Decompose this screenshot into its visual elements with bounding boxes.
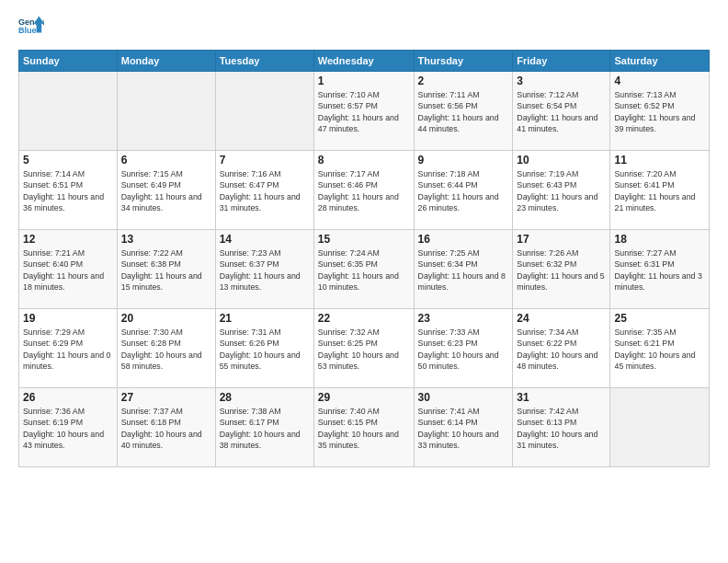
day-number: 9 bbox=[418, 154, 509, 167]
day-number: 18 bbox=[614, 233, 705, 246]
day-info: Sunrise: 7:42 AM Sunset: 6:13 PM Dayligh… bbox=[517, 406, 606, 451]
day-cell: 26Sunrise: 7:36 AM Sunset: 6:19 PM Dayli… bbox=[19, 388, 118, 467]
day-number: 26 bbox=[23, 391, 113, 404]
week-row-1: 1Sunrise: 7:10 AM Sunset: 6:57 PM Daylig… bbox=[19, 72, 710, 151]
day-cell: 20Sunrise: 7:30 AM Sunset: 6:28 PM Dayli… bbox=[117, 309, 215, 388]
day-info: Sunrise: 7:33 AM Sunset: 6:23 PM Dayligh… bbox=[418, 327, 509, 372]
day-cell: 24Sunrise: 7:34 AM Sunset: 6:22 PM Dayli… bbox=[513, 309, 610, 388]
calendar: SundayMondayTuesdayWednesdayThursdayFrid… bbox=[18, 50, 710, 467]
day-info: Sunrise: 7:29 AM Sunset: 6:29 PM Dayligh… bbox=[23, 327, 113, 372]
day-info: Sunrise: 7:16 AM Sunset: 6:47 PM Dayligh… bbox=[220, 168, 310, 213]
day-number: 22 bbox=[318, 312, 410, 325]
weekday-row: SundayMondayTuesdayWednesdayThursdayFrid… bbox=[19, 51, 710, 72]
day-cell: 1Sunrise: 7:10 AM Sunset: 6:57 PM Daylig… bbox=[313, 72, 414, 151]
day-number: 6 bbox=[121, 154, 211, 167]
day-cell: 31Sunrise: 7:42 AM Sunset: 6:13 PM Dayli… bbox=[513, 388, 610, 467]
day-cell: 16Sunrise: 7:25 AM Sunset: 6:34 PM Dayli… bbox=[414, 230, 513, 309]
day-cell: 18Sunrise: 7:27 AM Sunset: 6:31 PM Dayli… bbox=[610, 230, 710, 309]
header: GeneralBlue bbox=[18, 15, 710, 40]
day-number: 28 bbox=[220, 391, 310, 404]
day-cell: 19Sunrise: 7:29 AM Sunset: 6:29 PM Dayli… bbox=[19, 309, 118, 388]
day-number: 19 bbox=[23, 312, 113, 325]
day-info: Sunrise: 7:26 AM Sunset: 6:32 PM Dayligh… bbox=[517, 247, 606, 293]
day-number: 15 bbox=[318, 233, 410, 246]
weekday-tuesday: Tuesday bbox=[215, 51, 313, 72]
day-number: 13 bbox=[121, 233, 211, 246]
day-number: 24 bbox=[517, 312, 606, 325]
day-info: Sunrise: 7:10 AM Sunset: 6:57 PM Dayligh… bbox=[318, 89, 410, 134]
day-info: Sunrise: 7:13 AM Sunset: 6:52 PM Dayligh… bbox=[614, 89, 705, 134]
weekday-saturday: Saturday bbox=[610, 51, 710, 72]
day-info: Sunrise: 7:38 AM Sunset: 6:17 PM Dayligh… bbox=[220, 406, 310, 451]
day-number: 25 bbox=[614, 312, 705, 325]
day-cell: 3Sunrise: 7:12 AM Sunset: 6:54 PM Daylig… bbox=[513, 72, 610, 151]
day-info: Sunrise: 7:11 AM Sunset: 6:56 PM Dayligh… bbox=[418, 89, 509, 134]
day-cell: 9Sunrise: 7:18 AM Sunset: 6:44 PM Daylig… bbox=[414, 151, 513, 230]
day-cell: 14Sunrise: 7:23 AM Sunset: 6:37 PM Dayli… bbox=[215, 230, 313, 309]
day-info: Sunrise: 7:22 AM Sunset: 6:38 PM Dayligh… bbox=[121, 247, 211, 293]
day-cell: 2Sunrise: 7:11 AM Sunset: 6:56 PM Daylig… bbox=[414, 72, 513, 151]
day-number: 20 bbox=[121, 312, 211, 325]
day-info: Sunrise: 7:20 AM Sunset: 6:41 PM Dayligh… bbox=[614, 168, 705, 213]
day-number: 30 bbox=[418, 391, 509, 404]
day-info: Sunrise: 7:24 AM Sunset: 6:35 PM Dayligh… bbox=[318, 247, 410, 293]
day-number: 17 bbox=[517, 233, 606, 246]
day-cell: 12Sunrise: 7:21 AM Sunset: 6:40 PM Dayli… bbox=[19, 230, 118, 309]
day-number: 3 bbox=[517, 75, 606, 87]
day-cell: 5Sunrise: 7:14 AM Sunset: 6:51 PM Daylig… bbox=[19, 151, 118, 230]
day-info: Sunrise: 7:25 AM Sunset: 6:34 PM Dayligh… bbox=[418, 247, 509, 293]
day-cell: 15Sunrise: 7:24 AM Sunset: 6:35 PM Dayli… bbox=[313, 230, 414, 309]
day-info: Sunrise: 7:34 AM Sunset: 6:22 PM Dayligh… bbox=[517, 327, 606, 372]
day-cell: 10Sunrise: 7:19 AM Sunset: 6:43 PM Dayli… bbox=[513, 151, 610, 230]
weekday-wednesday: Wednesday bbox=[313, 51, 414, 72]
day-cell: 8Sunrise: 7:17 AM Sunset: 6:46 PM Daylig… bbox=[313, 151, 414, 230]
day-cell bbox=[117, 72, 215, 151]
day-info: Sunrise: 7:19 AM Sunset: 6:43 PM Dayligh… bbox=[517, 168, 606, 213]
day-info: Sunrise: 7:23 AM Sunset: 6:37 PM Dayligh… bbox=[220, 247, 310, 293]
day-cell: 13Sunrise: 7:22 AM Sunset: 6:38 PM Dayli… bbox=[117, 230, 215, 309]
day-info: Sunrise: 7:21 AM Sunset: 6:40 PM Dayligh… bbox=[23, 247, 113, 293]
day-number: 11 bbox=[614, 154, 705, 167]
day-number: 21 bbox=[220, 312, 310, 325]
day-info: Sunrise: 7:35 AM Sunset: 6:21 PM Dayligh… bbox=[614, 327, 705, 372]
day-cell: 6Sunrise: 7:15 AM Sunset: 6:49 PM Daylig… bbox=[117, 151, 215, 230]
day-info: Sunrise: 7:14 AM Sunset: 6:51 PM Dayligh… bbox=[23, 168, 113, 213]
day-info: Sunrise: 7:17 AM Sunset: 6:46 PM Dayligh… bbox=[318, 168, 410, 213]
day-number: 29 bbox=[318, 391, 410, 404]
day-number: 5 bbox=[23, 154, 113, 167]
day-cell: 7Sunrise: 7:16 AM Sunset: 6:47 PM Daylig… bbox=[215, 151, 313, 230]
day-number: 14 bbox=[220, 233, 310, 246]
day-cell: 11Sunrise: 7:20 AM Sunset: 6:41 PM Dayli… bbox=[610, 151, 710, 230]
day-info: Sunrise: 7:30 AM Sunset: 6:28 PM Dayligh… bbox=[121, 327, 211, 372]
day-cell: 29Sunrise: 7:40 AM Sunset: 6:15 PM Dayli… bbox=[313, 388, 414, 467]
week-row-5: 26Sunrise: 7:36 AM Sunset: 6:19 PM Dayli… bbox=[19, 388, 710, 467]
logo: GeneralBlue bbox=[18, 15, 44, 40]
day-number: 31 bbox=[517, 391, 606, 404]
svg-text:Blue: Blue bbox=[18, 26, 37, 35]
day-info: Sunrise: 7:31 AM Sunset: 6:26 PM Dayligh… bbox=[220, 327, 310, 372]
day-cell: 17Sunrise: 7:26 AM Sunset: 6:32 PM Dayli… bbox=[513, 230, 610, 309]
day-number: 16 bbox=[418, 233, 509, 246]
day-number: 8 bbox=[318, 154, 410, 167]
day-info: Sunrise: 7:27 AM Sunset: 6:31 PM Dayligh… bbox=[614, 247, 705, 293]
weekday-sunday: Sunday bbox=[19, 51, 118, 72]
calendar-header: SundayMondayTuesdayWednesdayThursdayFrid… bbox=[19, 51, 710, 72]
day-cell: 4Sunrise: 7:13 AM Sunset: 6:52 PM Daylig… bbox=[610, 72, 710, 151]
logo-icon: GeneralBlue bbox=[18, 15, 44, 40]
day-number: 7 bbox=[220, 154, 310, 167]
day-info: Sunrise: 7:41 AM Sunset: 6:14 PM Dayligh… bbox=[418, 406, 509, 451]
day-number: 12 bbox=[23, 233, 113, 246]
day-cell: 23Sunrise: 7:33 AM Sunset: 6:23 PM Dayli… bbox=[414, 309, 513, 388]
day-cell: 21Sunrise: 7:31 AM Sunset: 6:26 PM Dayli… bbox=[215, 309, 313, 388]
day-number: 4 bbox=[614, 75, 705, 87]
day-cell: 28Sunrise: 7:38 AM Sunset: 6:17 PM Dayli… bbox=[215, 388, 313, 467]
day-cell: 27Sunrise: 7:37 AM Sunset: 6:18 PM Dayli… bbox=[117, 388, 215, 467]
weekday-friday: Friday bbox=[513, 51, 610, 72]
day-info: Sunrise: 7:36 AM Sunset: 6:19 PM Dayligh… bbox=[23, 406, 113, 451]
day-cell bbox=[19, 72, 118, 151]
calendar-body: 1Sunrise: 7:10 AM Sunset: 6:57 PM Daylig… bbox=[19, 72, 710, 467]
day-info: Sunrise: 7:37 AM Sunset: 6:18 PM Dayligh… bbox=[121, 406, 211, 451]
day-number: 10 bbox=[517, 154, 606, 167]
day-info: Sunrise: 7:18 AM Sunset: 6:44 PM Dayligh… bbox=[418, 168, 509, 213]
week-row-3: 12Sunrise: 7:21 AM Sunset: 6:40 PM Dayli… bbox=[19, 230, 710, 309]
